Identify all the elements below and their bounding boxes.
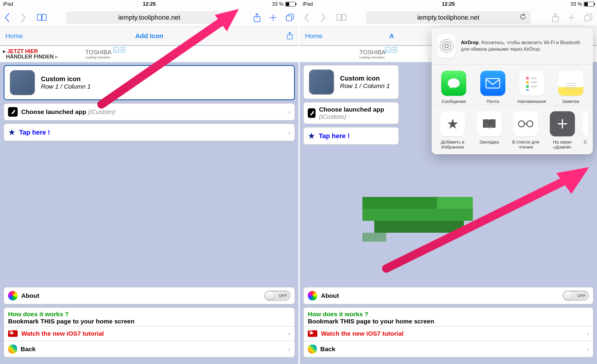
- star-icon: ★: [8, 127, 16, 137]
- new-tab-icon[interactable]: [568, 14, 576, 21]
- watch-tutorial-row[interactable]: Watch the new iOS7 tutorial ›: [4, 326, 295, 341]
- glasses-icon: [513, 111, 538, 136]
- youtube-icon: [308, 330, 317, 337]
- about-toggle[interactable]: OFF: [264, 291, 290, 301]
- share-item-label: На экран «Домой»: [546, 139, 578, 150]
- share-reading-list[interactable]: В список для чтения: [510, 111, 542, 150]
- ad-line1: JETZT HIER: [7, 48, 38, 54]
- share-item-label: Сообщение: [436, 99, 471, 104]
- battery-icon: [285, 2, 296, 7]
- share-item-label: В список для чтения: [510, 139, 542, 150]
- paint-icon: [8, 345, 17, 354]
- forward-icon: [20, 13, 26, 22]
- share-reminders[interactable]: Напоминания: [514, 71, 549, 104]
- page-title-truncated: A: [389, 32, 394, 40]
- share-add-favorite[interactable]: ★ Добавить в Избранное: [436, 111, 469, 150]
- share-apps-row: Сообщение Почта Напоминания Заметки: [432, 65, 593, 105]
- share-item-label: Добавить в Избранное: [436, 139, 469, 150]
- about-label: About: [21, 292, 39, 299]
- taphere-panel: ★ Tap here ! ›: [4, 124, 295, 141]
- ad-info-icon[interactable]: ▷: [385, 47, 390, 53]
- back-icon[interactable]: [4, 13, 10, 22]
- share-bookmark[interactable]: Закладка: [473, 111, 505, 150]
- star-icon: ★: [440, 111, 465, 136]
- about-panel: About OFF: [4, 287, 295, 304]
- notes-icon: [558, 71, 583, 96]
- share-messages[interactable]: Сообщение: [436, 71, 471, 104]
- bookmarks-icon[interactable]: [336, 13, 347, 22]
- share-actions-row: ★ Добавить в Избранное Закладка В список…: [432, 105, 593, 154]
- taphere-panel: ★ Tap here !: [303, 127, 399, 145]
- share-home-screen[interactable]: На экран «Домой»: [546, 111, 578, 150]
- svg-rect-4: [286, 16, 292, 21]
- url-text: iempty.tooliphone.net: [417, 14, 479, 21]
- share-notes[interactable]: Заметки: [553, 71, 588, 104]
- custom-icon-title: Custom icon: [41, 75, 91, 83]
- taphere-row[interactable]: ★ Tap here !: [304, 127, 398, 144]
- svg-line-7: [101, 18, 227, 104]
- reload-icon[interactable]: [519, 13, 527, 22]
- tabs-icon[interactable]: [584, 13, 593, 22]
- svg-line-33: [386, 176, 574, 269]
- watch-tutorial-row[interactable]: Watch the new iOS7 tutorial ›: [304, 326, 593, 341]
- help-header: How does it works ? Bookmark THIS page t…: [304, 308, 593, 326]
- about-row[interactable]: About OFF: [304, 287, 593, 304]
- share-item-label: Почта: [476, 99, 510, 104]
- svg-point-18: [526, 77, 529, 80]
- chevron-right-icon: ›: [288, 330, 290, 337]
- back-icon[interactable]: [304, 13, 310, 22]
- icon-preview: [309, 70, 334, 95]
- home-link[interactable]: Home: [5, 32, 23, 40]
- share-popover: AirDrop. Коснитесь, чтобы включить Wi-Fi…: [432, 27, 593, 154]
- share-mail[interactable]: Почта: [476, 71, 510, 104]
- ad-line2: HÄNDLER FINDEN: [6, 54, 54, 60]
- back-row[interactable]: Back ›: [304, 341, 593, 357]
- share-item-label: Закладка: [473, 139, 505, 150]
- taphere-label: Tap here !: [19, 129, 50, 136]
- custom-icon-panel[interactable]: Custom icon Row 1 / Column 1: [303, 65, 399, 99]
- share-item-label: С: [583, 139, 588, 150]
- instruction-arrow: [377, 158, 597, 277]
- mail-icon: [480, 71, 505, 96]
- status-bar: iPad 12:25 33 %: [300, 0, 597, 8]
- choose-app-row[interactable]: Choose launched app (iCustom): [304, 102, 398, 124]
- new-tab-icon[interactable]: [269, 14, 277, 21]
- svg-point-20: [526, 85, 529, 88]
- share-icon[interactable]: [253, 13, 261, 22]
- instruction-arrow: [90, 3, 245, 116]
- share-more[interactable]: С: [583, 111, 588, 150]
- custom-icon-title: Custom icon: [340, 75, 390, 82]
- ad-close-icon[interactable]: ✕: [392, 47, 397, 53]
- about-row[interactable]: About OFF: [4, 287, 295, 304]
- chevron-right-icon: ›: [288, 346, 290, 353]
- choose-app-label: Choose launched app: [21, 108, 86, 115]
- book-icon: [477, 111, 502, 136]
- help-header: How does it works ? Bookmark THIS page t…: [4, 308, 295, 326]
- chevron-right-icon: ›: [288, 108, 290, 115]
- svg-rect-17: [486, 78, 500, 88]
- help-instruction: Bookmark THIS page to your home screen: [8, 318, 290, 325]
- about-toggle[interactable]: OFF: [563, 291, 589, 301]
- home-link[interactable]: Home: [305, 32, 323, 40]
- taphere-row[interactable]: ★ Tap here ! ›: [4, 124, 295, 141]
- svg-point-15: [442, 42, 451, 50]
- tabs-icon[interactable]: [285, 13, 294, 22]
- airdrop-row[interactable]: AirDrop. Коснитесь, чтобы включить Wi-Fi…: [432, 27, 593, 65]
- bookmarks-icon[interactable]: [36, 13, 47, 22]
- url-bar[interactable]: iempty.tooliphone.net: [366, 11, 531, 24]
- svg-point-14: [445, 44, 448, 48]
- clock: 12:25: [442, 1, 455, 7]
- forward-icon: [320, 13, 326, 22]
- airdrop-message: AirDrop. Коснитесь, чтобы включить Wi-Fi…: [461, 39, 587, 53]
- choose-app-hint: (iCustom): [319, 113, 346, 120]
- ad-controls[interactable]: ▷✕: [385, 47, 397, 53]
- page-share-icon[interactable]: [287, 31, 293, 41]
- share-icon[interactable]: [552, 13, 559, 22]
- more-icon: [583, 111, 588, 136]
- watch-tutorial-label: Watch the new iOS7 tutorial: [321, 330, 404, 337]
- share-item-label: Заметки: [553, 99, 588, 104]
- back-row[interactable]: Back ›: [4, 341, 295, 357]
- star-icon: ★: [308, 131, 315, 141]
- wrench-icon: [8, 107, 18, 117]
- help-question: How does it works ?: [8, 311, 290, 318]
